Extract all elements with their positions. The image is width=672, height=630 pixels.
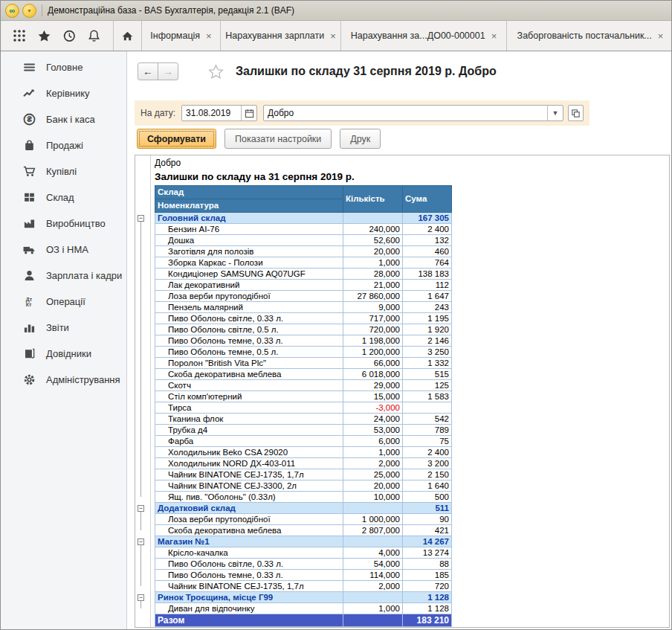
qty-cell[interactable] [343, 503, 403, 514]
sum-cell[interactable]: 90 [403, 514, 452, 525]
sum-cell[interactable]: 542 [403, 414, 452, 425]
qty-cell[interactable]: 4,000 [343, 547, 403, 559]
sum-cell[interactable]: 1 128 [403, 603, 452, 614]
warehouse-value[interactable]: Добро [264, 108, 547, 118]
collapse-group-toggle[interactable]: − [138, 539, 144, 545]
qty-cell[interactable]: 28,000 [343, 269, 403, 280]
tab-salary-accrual[interactable]: Нарахування зарплати× [220, 21, 340, 51]
qty-cell[interactable]: 66,000 [343, 358, 403, 369]
qty-cell[interactable]: 114,000 [343, 570, 403, 581]
qty-cell[interactable]: 54,000 [343, 559, 403, 570]
qty-cell[interactable]: -3,000 [343, 402, 403, 414]
qty-cell[interactable]: 1,000 [343, 447, 403, 458]
item-row[interactable]: Скоба декоративна меблева2 807,000421 [155, 525, 452, 536]
item-row[interactable]: Пензель малярний9,000243 [155, 302, 452, 313]
sum-cell[interactable]: 460 [403, 246, 452, 257]
name-cell[interactable]: Трубка д4 [155, 425, 343, 436]
sidebar-item-sales[interactable]: Продажі [1, 132, 126, 158]
sum-cell[interactable]: 132 [403, 235, 452, 246]
sidebar-item-administration[interactable]: Адміністрування [1, 367, 126, 393]
item-row[interactable]: Кондиціонер SAMSUNG AQ07UGF28,000138 183 [155, 269, 452, 280]
tab-salary-accrual-doc[interactable]: Нарахування за...ДО00-000001× [340, 21, 506, 51]
tab-close-icon[interactable]: × [658, 30, 664, 42]
name-cell[interactable]: Лак декоративний [155, 280, 343, 291]
qty-cell[interactable]: 1 000,000 [343, 514, 403, 525]
qty-cell[interactable]: 6,000 [343, 436, 403, 447]
tab-close-icon[interactable]: × [491, 30, 497, 42]
home-tab[interactable] [113, 21, 141, 51]
qty-cell[interactable]: 240,000 [343, 224, 403, 235]
qty-cell[interactable]: 29,000 [343, 380, 403, 391]
name-cell[interactable]: Дошка [155, 235, 343, 246]
calendar-button[interactable] [241, 106, 256, 120]
qty-cell[interactable] [343, 592, 403, 603]
name-cell[interactable]: Скоба декоративна меблева [155, 525, 343, 536]
notifications-button[interactable] [87, 28, 102, 43]
item-row[interactable]: Холодильник Beko CSA 290201,0002 400 [155, 447, 452, 458]
qty-cell[interactable]: 20,000 [343, 246, 403, 257]
total-row[interactable]: Разом183 210 [155, 614, 452, 627]
name-cell[interactable]: Пиво Оболонь світле, 0.33 л. [155, 559, 343, 570]
sum-cell[interactable]: 1 332 [403, 358, 452, 369]
name-cell[interactable]: Скоба декоративна меблева [155, 369, 343, 380]
group-row[interactable]: Магазин №114 267 [155, 536, 452, 547]
group-row[interactable]: Додатковий склад511 [155, 503, 452, 514]
apps-menu-button[interactable] [12, 28, 27, 43]
sum-cell[interactable]: 515 [403, 369, 452, 380]
item-row[interactable]: Тканина флок24,000542 [155, 414, 452, 425]
sum-cell[interactable]: 1 195 [403, 313, 452, 324]
item-row[interactable]: Крісло-качалка4,00013 274 [155, 547, 452, 559]
sidebar-item-home[interactable]: Головне [1, 54, 126, 80]
collapse-group-toggle[interactable]: − [138, 215, 144, 222]
sum-cell[interactable]: 3 250 [403, 347, 452, 358]
collapse-group-toggle[interactable]: − [138, 594, 144, 601]
name-cell[interactable]: Пиво Оболонь темне, 0.33 л. [155, 335, 343, 347]
sum-cell[interactable]: 421 [403, 525, 452, 536]
name-cell[interactable]: Холодильник NORD ДХ-403-011 [155, 458, 343, 469]
warehouse-combo[interactable]: Добро ▼ [263, 105, 563, 121]
name-cell[interactable]: Бензин АІ-76 [155, 224, 343, 235]
qty-cell[interactable]: 1 200,000 [343, 347, 403, 358]
col-header-warehouse[interactable]: Склад [155, 186, 343, 199]
collapse-group-toggle[interactable]: − [138, 505, 144, 512]
item-row[interactable]: Трубка д453,000789 [155, 425, 452, 436]
item-row[interactable]: Заготівля для полозів20,000460 [155, 246, 452, 257]
sum-cell[interactable]: 3 200 [403, 458, 452, 469]
item-row[interactable]: Пиво Оболонь світле, 0.5 л.720,0001 920 [155, 324, 452, 335]
name-cell[interactable]: Кондиціонер SAMSUNG AQ07UGF [155, 269, 343, 280]
name-cell[interactable]: Заготівля для полозів [155, 246, 343, 257]
name-cell[interactable]: Тканина флок [155, 414, 343, 425]
name-cell[interactable]: Пиво Оболонь темне, 0.33 л. [155, 570, 343, 581]
forward-button[interactable]: → [158, 63, 178, 80]
name-cell[interactable]: Скотч [155, 380, 343, 391]
generate-button[interactable]: Сформувати [137, 129, 216, 149]
dropdown-arrow-icon[interactable]: ▼ [547, 106, 563, 120]
sidebar-item-manager[interactable]: Керівнику [1, 80, 126, 106]
tab-supplier-debt[interactable]: Заборгованість постачальник...× [506, 21, 672, 51]
item-row[interactable]: Скоба декоративна меблева6 018,000515 [155, 369, 452, 380]
qty-cell[interactable]: 1 198,000 [343, 335, 403, 347]
sidebar-item-warehouse[interactable]: Склад [1, 184, 126, 210]
system-menu-button[interactable]: ▼ [22, 4, 36, 18]
sum-cell[interactable]: 14 267 [403, 536, 452, 547]
name-cell[interactable]: Лоза верби прутоподібної [155, 514, 343, 525]
name-cell[interactable]: Ринок Троєщина, місце Г99 [155, 592, 343, 603]
name-cell[interactable]: Чайник BINATONE CEJ-1735, 1,7л [155, 469, 343, 480]
sum-cell[interactable]: 1 640 [403, 480, 452, 492]
tab-information[interactable]: Інформація× [141, 21, 220, 51]
item-row[interactable]: Лак декоративний21,000112 [155, 280, 452, 291]
sum-cell[interactable]: 511 [403, 503, 452, 514]
qty-cell[interactable]: 15,000 [343, 391, 403, 402]
item-row[interactable]: Холодильник NORD ДХ-403-0112,0003 200 [155, 458, 452, 469]
item-row[interactable]: Поролон "British Vita Plc"66,0001 332 [155, 358, 452, 369]
item-row[interactable]: Скотч29,000125 [155, 380, 452, 391]
sidebar-item-directories[interactable]: Довідники [1, 341, 126, 367]
qty-cell[interactable] [343, 536, 403, 547]
sum-cell[interactable]: 167 305 [403, 213, 452, 224]
qty-cell[interactable]: 27 860,000 [343, 291, 403, 302]
name-cell[interactable]: Диван для відпочинку [155, 603, 343, 614]
back-button[interactable]: ← [138, 63, 158, 80]
name-cell[interactable]: Разом [155, 614, 343, 627]
tab-close-icon[interactable]: × [330, 30, 336, 42]
qty-cell[interactable] [343, 614, 403, 627]
